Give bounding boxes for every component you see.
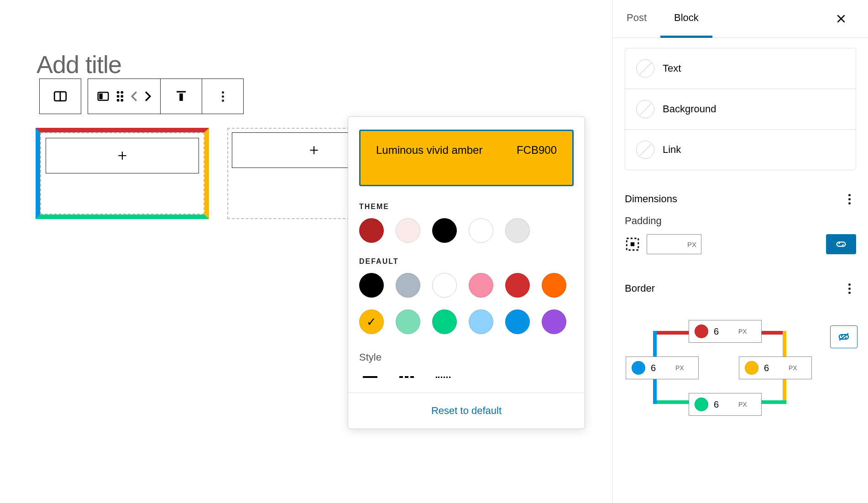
link-icon xyxy=(835,240,847,249)
border-left-color-swatch[interactable] xyxy=(632,361,645,375)
unlink-icon xyxy=(837,332,851,342)
color-swatch[interactable] xyxy=(359,218,384,243)
border-options-button[interactable] xyxy=(842,282,856,295)
block-type-columns-button[interactable] xyxy=(40,79,81,114)
tab-block[interactable]: Block xyxy=(660,0,712,38)
color-swatch[interactable] xyxy=(396,218,420,243)
padding-value-input[interactable]: PX xyxy=(647,234,701,254)
color-swatch[interactable] xyxy=(396,309,420,334)
border-right-input[interactable]: 6 PX xyxy=(739,356,812,379)
settings-sidebar: Post Block Text Background Link Dimensio… xyxy=(612,0,868,503)
color-swatch[interactable] xyxy=(359,309,384,334)
color-swatch[interactable] xyxy=(469,309,493,334)
color-swatch[interactable] xyxy=(505,273,530,298)
color-option-link[interactable]: Link xyxy=(625,130,856,170)
border-bottom-color-swatch[interactable] xyxy=(695,398,708,411)
close-icon xyxy=(835,13,847,25)
color-swatch[interactable] xyxy=(432,309,457,334)
color-swatch[interactable] xyxy=(542,273,566,298)
move-right-icon[interactable] xyxy=(144,90,152,102)
color-swatch[interactable] xyxy=(396,273,420,298)
color-swatch[interactable] xyxy=(469,273,493,298)
theme-swatch-row xyxy=(348,215,585,252)
padding-sides-icon[interactable] xyxy=(625,236,640,252)
dimensions-panel-header[interactable]: Dimensions xyxy=(613,180,868,212)
svg-rect-3 xyxy=(99,94,103,100)
post-title-placeholder[interactable]: Add title xyxy=(37,50,121,79)
border-style-solid[interactable] xyxy=(362,371,378,380)
svg-rect-11 xyxy=(179,94,183,101)
more-options-button[interactable] xyxy=(202,79,243,114)
align-top-icon xyxy=(174,89,188,103)
reset-to-default-button[interactable]: Reset to default xyxy=(431,405,502,416)
svg-point-9 xyxy=(120,99,123,102)
color-swatch[interactable] xyxy=(432,218,457,243)
color-swatch[interactable] xyxy=(469,218,493,243)
color-options-list: Text Background Link xyxy=(625,48,856,170)
plus-icon xyxy=(308,144,320,156)
border-top-input[interactable]: 6 PX xyxy=(689,320,762,343)
border-style-heading: Style xyxy=(348,343,585,367)
color-swatch[interactable] xyxy=(542,309,566,334)
default-swatch-row xyxy=(348,269,585,343)
padding-label: Padding xyxy=(625,215,856,234)
block-toolbar xyxy=(39,79,244,114)
unlink-borders-button[interactable] xyxy=(830,325,858,348)
drag-handle-icon[interactable] xyxy=(115,90,125,102)
border-right-color-swatch[interactable] xyxy=(745,361,758,375)
border-style-dashed[interactable] xyxy=(398,371,415,380)
color-swatch[interactable] xyxy=(359,273,384,298)
editor-canvas: Add title xyxy=(0,0,612,503)
link-sides-button[interactable] xyxy=(826,234,856,254)
color-picker-popover: Luminous vivid amber FCB900 THEME DEFAUL… xyxy=(348,116,585,429)
color-swatch[interactable] xyxy=(505,218,530,243)
svg-point-6 xyxy=(117,95,120,98)
null-color-icon xyxy=(636,59,654,78)
border-visualizer: 6 PX 6 PX 6 PX 6 PX xyxy=(634,315,807,420)
plus-icon xyxy=(116,150,128,162)
dimensions-options-button[interactable] xyxy=(842,192,856,206)
svg-point-4 xyxy=(117,91,120,94)
selected-color-name: Luminous vivid amber xyxy=(376,144,482,157)
move-left-icon[interactable] xyxy=(130,90,138,102)
color-swatch[interactable] xyxy=(505,309,530,334)
columns-icon xyxy=(52,89,68,104)
selected-color-hex: FCB900 xyxy=(517,144,557,157)
column-block-selected[interactable] xyxy=(36,128,209,219)
border-bottom-input[interactable]: 6 PX xyxy=(689,393,762,416)
border-style-dotted[interactable] xyxy=(435,371,451,380)
color-preview[interactable]: Luminous vivid amber FCB900 xyxy=(359,130,574,186)
svg-point-8 xyxy=(117,99,120,102)
sidebar-tabs: Post Block xyxy=(613,0,868,38)
columns-block xyxy=(36,128,401,219)
border-left-input[interactable]: 6 PX xyxy=(626,356,699,379)
block-appender[interactable] xyxy=(46,138,199,173)
color-option-background[interactable]: Background xyxy=(625,89,856,130)
default-palette-heading: DEFAULT xyxy=(348,252,585,269)
column-icon[interactable] xyxy=(96,89,110,103)
null-color-icon xyxy=(636,141,654,159)
svg-point-7 xyxy=(120,95,123,98)
border-panel-header[interactable]: Border xyxy=(613,270,868,302)
border-top-color-swatch[interactable] xyxy=(695,325,708,338)
tab-post[interactable]: Post xyxy=(613,0,660,38)
svg-point-5 xyxy=(120,91,123,94)
theme-palette-heading: THEME xyxy=(348,197,585,215)
align-button[interactable] xyxy=(161,79,202,114)
kebab-icon xyxy=(216,89,230,103)
null-color-icon xyxy=(636,100,654,118)
color-swatch[interactable] xyxy=(432,273,457,298)
close-sidebar-button[interactable] xyxy=(826,4,856,34)
color-option-text[interactable]: Text xyxy=(625,48,856,89)
svg-rect-13 xyxy=(631,242,635,246)
